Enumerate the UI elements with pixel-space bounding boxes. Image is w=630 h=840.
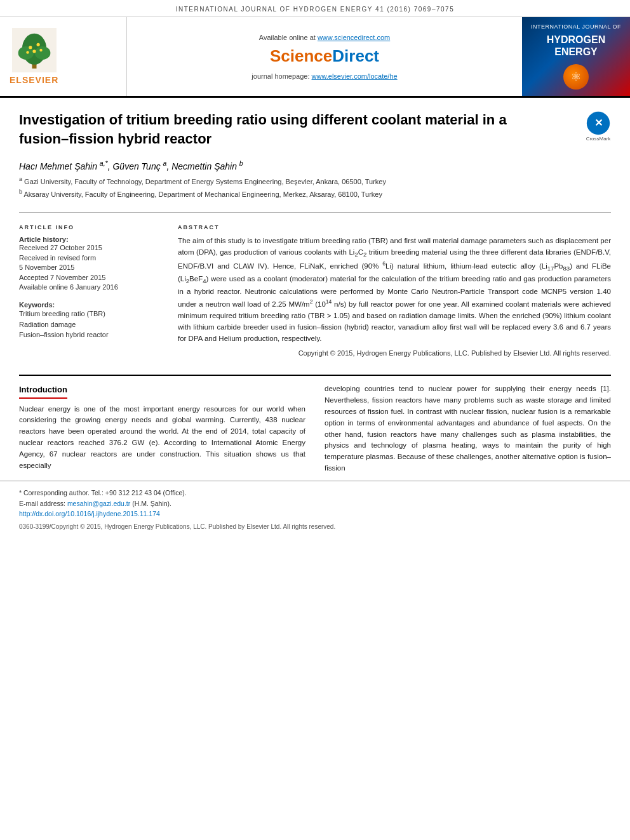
- header-right-logo: International Journal of HYDROGEN ENERGY…: [522, 17, 630, 96]
- introduction-heading: Introduction: [19, 383, 67, 398]
- header-center: Available online at www.sciencedirect.co…: [127, 17, 522, 96]
- intro-col-left: Introduction Nuclear energy is one of th…: [19, 383, 305, 474]
- crossmark-text: CrossMark: [586, 136, 611, 142]
- article-info-col: ARTICLE INFO Article history: Received 2…: [19, 224, 159, 357]
- doi-link[interactable]: http://dx.doi.org/10.1016/j.ijhydene.201…: [19, 510, 160, 517]
- elsevier-logo: ELSEVIER: [10, 28, 58, 85]
- affiliations: a Gazi University, Faculty of Technology…: [19, 175, 611, 207]
- intro-col-right: developing countries tend to nuclear pow…: [325, 383, 611, 474]
- journal-header-text: INTERNATIONAL JOURNAL OF HYDROGEN ENERGY…: [176, 6, 454, 13]
- affiliation-b: b Aksaray University, Faculty of Enginee…: [19, 188, 611, 199]
- abstract-heading: ABSTRACT: [178, 224, 611, 230]
- available-online-date: Available online 6 January 2016: [19, 283, 159, 292]
- email-link[interactable]: mesahin@gazi.edu.tr: [67, 500, 130, 507]
- section-divider-1: [19, 212, 611, 213]
- introduction-section: Introduction Nuclear energy is one of th…: [19, 376, 611, 481]
- svg-point-5: [29, 46, 32, 49]
- article-title-section: Investigation of tritium breeding ratio …: [19, 98, 611, 154]
- keyword-3: Fusion–fission hybrid reactor: [19, 330, 159, 340]
- journal-homepage-url[interactable]: www.elsevier.com/locate/he: [312, 72, 398, 80]
- header-area: ELSEVIER Available online at www.science…: [0, 17, 630, 98]
- footer-copyright: 0360-3199/Copyright © 2015, Hydrogen Ene…: [19, 522, 611, 532]
- accepted-date: Accepted 7 November 2015: [19, 273, 159, 283]
- available-text: Available online at www.sciencedirect.co…: [259, 34, 390, 41]
- header-left: ELSEVIER: [0, 17, 127, 96]
- article-info-abstract-cols: ARTICLE INFO Article history: Received 2…: [19, 218, 611, 363]
- journal-homepage: journal homepage: www.elsevier.com/locat…: [251, 72, 397, 80]
- article-info-heading: ARTICLE INFO: [19, 224, 159, 230]
- page-container: INTERNATIONAL JOURNAL OF HYDROGEN ENERGY…: [0, 0, 630, 538]
- elsevier-tree-icon: [12, 28, 57, 72]
- elsevier-wordmark: ELSEVIER: [10, 75, 58, 85]
- journal-logo-line1: International Journal of: [531, 23, 621, 31]
- svg-point-4: [35, 46, 51, 60]
- abstract-copyright: Copyright © 2015, Hydrogen Energy Public…: [178, 349, 611, 357]
- article-title: Investigation of tritium breeding ratio …: [19, 110, 540, 148]
- journal-logo-circle-icon: ⚛: [563, 64, 589, 90]
- email-line: E-mail address: mesahin@gazi.edu.tr (H.M…: [19, 498, 611, 509]
- keywords-section: Keywords: Tritium breeding ratio (TBR) R…: [19, 301, 159, 340]
- footer-area: * Corresponding author. Tel.: +90 312 21…: [0, 481, 630, 538]
- sciencedirect-url[interactable]: www.sciencedirect.com: [318, 34, 390, 41]
- journal-logo-title: HYDROGEN ENERGY: [547, 34, 605, 58]
- authors-section: Hacı Mehmet Şahin a,*, Güven Tunç a, Nec…: [19, 154, 611, 175]
- revised-label: Received in revised form: [19, 253, 159, 263]
- main-content: Investigation of tritium breeding ratio …: [0, 98, 630, 481]
- top-bar: INTERNATIONAL JOURNAL OF HYDROGEN ENERGY…: [0, 0, 630, 17]
- crossmark-icon: ✕: [586, 110, 611, 136]
- abstract-text: The aim of this study is to investigate …: [178, 236, 611, 344]
- corresponding-note: * Corresponding author. Tel.: +90 312 21…: [19, 488, 611, 498]
- svg-text:✕: ✕: [594, 117, 603, 129]
- svg-point-7: [32, 50, 36, 53]
- svg-point-8: [26, 51, 29, 53]
- sciencedirect-logo-text: ScienceDirect: [270, 46, 379, 66]
- keyword-1: Tritium breeding ratio (TBR): [19, 309, 159, 319]
- keywords-label: Keywords:: [19, 301, 159, 309]
- affiliation-a: a Gazi University, Faculty of Technology…: [19, 175, 611, 187]
- keyword-2: Radiation damage: [19, 319, 159, 330]
- intro-col1-text: Nuclear energy is one of the most import…: [19, 404, 305, 472]
- intro-col2-text: developing countries tend to nuclear pow…: [325, 383, 611, 474]
- revised-date: 5 November 2015: [19, 263, 159, 272]
- authors-text: Hacı Mehmet Şahin a,*, Güven Tunç a, Nec…: [19, 161, 243, 171]
- received-date: Received 27 October 2015: [19, 243, 159, 253]
- svg-point-9: [39, 49, 42, 51]
- abstract-col: ABSTRACT The aim of this study is to inv…: [178, 224, 611, 357]
- svg-point-6: [36, 43, 39, 46]
- history-label: Article history:: [19, 236, 159, 243]
- crossmark-badge: ✕ CrossMark: [586, 110, 611, 142]
